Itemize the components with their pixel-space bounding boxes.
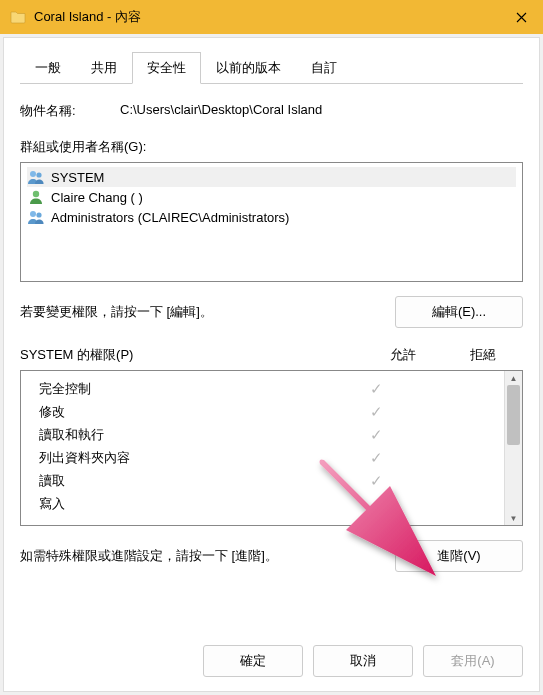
edit-button[interactable]: 編輯(E)... bbox=[395, 296, 523, 328]
user-icon bbox=[27, 189, 45, 205]
permissions-box: 完全控制✓修改✓讀取和執行✓列出資料夾內容✓讀取✓寫入✓ ▲ ▼ bbox=[20, 370, 523, 526]
permission-row: 讀取和執行✓ bbox=[29, 423, 496, 446]
tab-strip: 一般 共用 安全性 以前的版本 自訂 bbox=[20, 52, 523, 84]
edit-hint: 若要變更權限，請按一下 [編輯]。 bbox=[20, 303, 383, 321]
advanced-row: 如需特殊權限或進階設定，請按一下 [進階]。 進階(V) bbox=[20, 540, 523, 572]
groups-listbox[interactable]: SYSTEMClaire Chang ( )Administrators (CL… bbox=[20, 162, 523, 282]
list-item-label: Administrators (CLAIREC\Administrators) bbox=[51, 210, 289, 225]
titlebar: Coral Island - 內容 bbox=[0, 0, 543, 34]
scroll-up-arrow-icon: ▲ bbox=[505, 371, 522, 385]
object-name-row: 物件名稱: C:\Users\clair\Desktop\Coral Islan… bbox=[20, 102, 523, 120]
advanced-button[interactable]: 進階(V) bbox=[395, 540, 523, 572]
permissions-col-deny: 拒絕 bbox=[443, 346, 523, 364]
advanced-hint: 如需特殊權限或進階設定，請按一下 [進階]。 bbox=[20, 547, 383, 565]
list-item[interactable]: Claire Chang ( ) bbox=[27, 187, 516, 207]
list-item-label: SYSTEM bbox=[51, 170, 104, 185]
apply-button[interactable]: 套用(A) bbox=[423, 645, 523, 677]
permission-allow-check-icon: ✓ bbox=[336, 472, 416, 490]
folder-icon bbox=[10, 9, 26, 25]
edit-row: 若要變更權限，請按一下 [編輯]。 編輯(E)... bbox=[20, 296, 523, 328]
permission-name: 讀取 bbox=[29, 472, 336, 490]
svg-point-2 bbox=[33, 191, 39, 197]
list-item[interactable]: SYSTEM bbox=[27, 167, 516, 187]
object-name-value: C:\Users\clair\Desktop\Coral Island bbox=[120, 102, 523, 120]
permission-name: 完全控制 bbox=[29, 380, 336, 398]
close-icon bbox=[516, 12, 527, 23]
window-title: Coral Island - 內容 bbox=[34, 8, 499, 26]
permission-row: 寫入✓ bbox=[29, 492, 496, 515]
permission-allow-check-icon: ✓ bbox=[336, 403, 416, 421]
object-name-label: 物件名稱: bbox=[20, 102, 120, 120]
svg-point-1 bbox=[36, 172, 41, 177]
tab-general[interactable]: 一般 bbox=[20, 52, 76, 84]
tab-sharing[interactable]: 共用 bbox=[76, 52, 132, 84]
group-icon bbox=[27, 209, 45, 225]
tab-security[interactable]: 安全性 bbox=[132, 52, 201, 84]
permission-name: 列出資料夾內容 bbox=[29, 449, 336, 467]
permission-row: 修改✓ bbox=[29, 400, 496, 423]
permission-allow-check-icon: ✓ bbox=[336, 426, 416, 444]
group-icon bbox=[27, 169, 45, 185]
permission-name: 讀取和執行 bbox=[29, 426, 336, 444]
permissions-list: 完全控制✓修改✓讀取和執行✓列出資料夾內容✓讀取✓寫入✓ bbox=[21, 371, 504, 525]
permissions-scrollbar[interactable]: ▲ ▼ bbox=[504, 371, 522, 525]
tab-customize[interactable]: 自訂 bbox=[296, 52, 352, 84]
ok-button[interactable]: 確定 bbox=[203, 645, 303, 677]
permission-allow-check-icon: ✓ bbox=[336, 380, 416, 398]
scroll-thumb[interactable] bbox=[507, 385, 520, 445]
permission-allow-check-icon: ✓ bbox=[336, 495, 416, 513]
permission-allow-check-icon: ✓ bbox=[336, 449, 416, 467]
groups-label: 群組或使用者名稱(G): bbox=[20, 138, 523, 156]
scroll-down-arrow-icon: ▼ bbox=[505, 511, 522, 525]
svg-point-4 bbox=[36, 212, 41, 217]
permission-name: 寫入 bbox=[29, 495, 336, 513]
cancel-button[interactable]: 取消 bbox=[313, 645, 413, 677]
permission-row: 讀取✓ bbox=[29, 469, 496, 492]
permission-name: 修改 bbox=[29, 403, 336, 421]
svg-point-3 bbox=[30, 211, 36, 217]
list-item[interactable]: Administrators (CLAIREC\Administrators) bbox=[27, 207, 516, 227]
permission-row: 完全控制✓ bbox=[29, 377, 496, 400]
svg-point-0 bbox=[30, 171, 36, 177]
permissions-title: SYSTEM 的權限(P) bbox=[20, 346, 363, 364]
permissions-col-allow: 允許 bbox=[363, 346, 443, 364]
permission-row: 列出資料夾內容✓ bbox=[29, 446, 496, 469]
list-item-label: Claire Chang ( ) bbox=[51, 190, 143, 205]
window-body: 一般 共用 安全性 以前的版本 自訂 物件名稱: C:\Users\clair\… bbox=[3, 37, 540, 692]
tab-previous-versions[interactable]: 以前的版本 bbox=[201, 52, 296, 84]
permissions-header: SYSTEM 的權限(P) 允許 拒絕 bbox=[20, 346, 523, 364]
dialog-footer: 確定 取消 套用(A) bbox=[203, 645, 523, 677]
close-button[interactable] bbox=[499, 0, 543, 34]
